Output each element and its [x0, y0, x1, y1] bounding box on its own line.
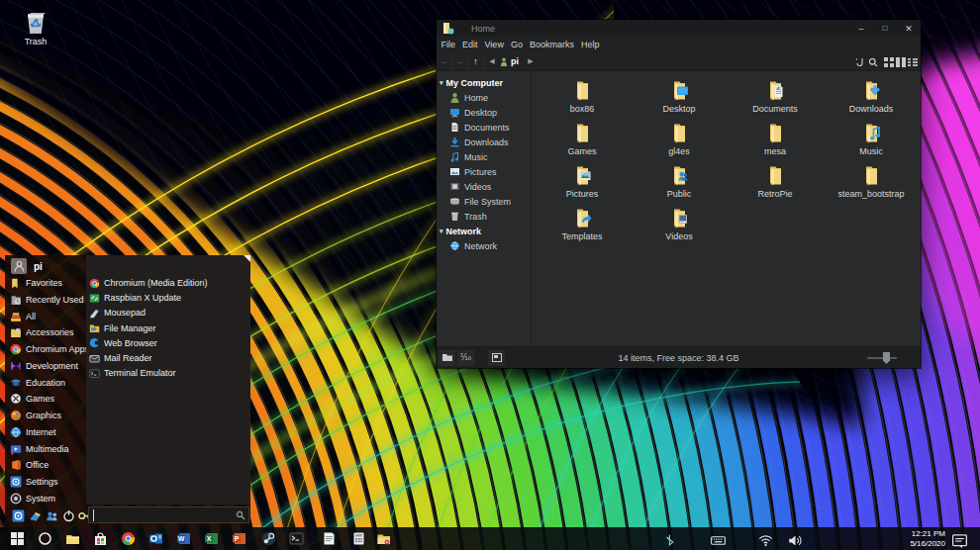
- svg-text:W: W: [178, 535, 185, 542]
- svg-text:X: X: [207, 535, 212, 542]
- svg-text:P: P: [235, 535, 240, 542]
